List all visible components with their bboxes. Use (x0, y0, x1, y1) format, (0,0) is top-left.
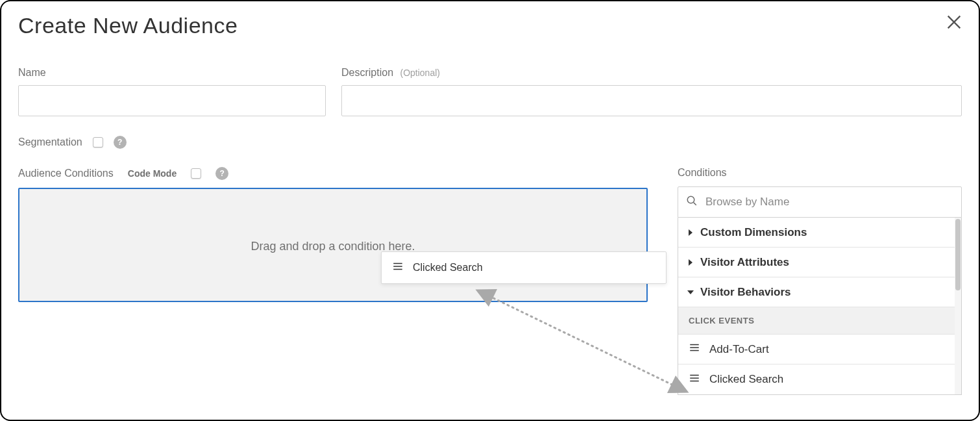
condition-item-clicked-search[interactable]: Clicked Search (678, 364, 961, 394)
category-label: Visitor Behaviors (700, 286, 791, 299)
dialog-content: Create New Audience Name Description (Op… (1, 1, 979, 395)
conditions-scrollbar[interactable] (955, 218, 961, 394)
section-label: CLICK EVENTS (689, 316, 754, 325)
name-input[interactable] (18, 85, 326, 116)
description-optional-text: (Optional) (400, 68, 439, 78)
condition-item-label: Add-To-Cart (709, 343, 769, 356)
conditions-panel: Conditions Custom Dimensions (678, 167, 962, 395)
condition-item-label: Clicked Search (709, 373, 783, 386)
code-mode-help-icon[interactable]: ? (215, 167, 228, 180)
category-label: Custom Dimensions (700, 226, 807, 239)
category-label: Visitor Attributes (700, 256, 789, 269)
segmentation-row: Segmentation ? (18, 136, 962, 149)
dragging-condition-label: Clicked Search (413, 262, 483, 274)
chevron-down-icon (687, 289, 694, 296)
conditions-search-input[interactable] (705, 196, 953, 209)
conditions-drop-zone[interactable]: Drag and drop a condition here. Clicked … (18, 188, 648, 302)
builder-row: Audience Conditions Code Mode ? Drag and… (18, 167, 962, 395)
conditions-list: Custom Dimensions Visitor Attributes Vis… (678, 218, 962, 395)
drag-handle-icon (689, 372, 700, 387)
scrollbar-thumb[interactable] (955, 219, 961, 290)
dragging-condition-card[interactable]: Clicked Search (381, 251, 667, 284)
audience-conditions-header: Audience Conditions Code Mode ? (18, 167, 648, 180)
drag-handle-icon (392, 261, 404, 275)
field-group-description: Description (Optional) (341, 67, 962, 116)
behaviors-section-click-events: CLICK EVENTS (678, 307, 961, 335)
chevron-right-icon (687, 229, 694, 236)
conditions-panel-label: Conditions (678, 167, 962, 179)
svg-point-0 (687, 196, 694, 203)
field-group-name: Name (18, 67, 326, 116)
audience-conditions-label: Audience Conditions (18, 168, 114, 179)
code-mode-checkbox[interactable] (191, 168, 201, 179)
form-row-name-description: Name Description (Optional) (18, 67, 962, 116)
audience-builder: Audience Conditions Code Mode ? Drag and… (18, 167, 648, 302)
description-label-text: Description (341, 67, 393, 78)
segmentation-help-icon[interactable]: ? (114, 136, 127, 149)
conditions-search[interactable] (678, 186, 962, 218)
description-label: Description (Optional) (341, 67, 962, 79)
chevron-right-icon (687, 259, 694, 266)
segmentation-checkbox[interactable] (93, 137, 103, 147)
dialog-frame: Create New Audience Name Description (Op… (0, 0, 980, 421)
category-visitor-attributes[interactable]: Visitor Attributes (678, 248, 961, 277)
condition-item-add-to-cart[interactable]: Add-To-Cart (678, 335, 961, 364)
drag-handle-icon (689, 342, 700, 357)
category-custom-dimensions[interactable]: Custom Dimensions (678, 218, 961, 248)
page-title: Create New Audience (18, 13, 962, 38)
description-input[interactable] (341, 85, 962, 116)
close-button[interactable] (945, 13, 963, 31)
name-label: Name (18, 67, 326, 79)
code-mode-label: Code Mode (128, 168, 177, 179)
category-visitor-behaviors[interactable]: Visitor Behaviors (678, 277, 961, 307)
search-icon (686, 195, 698, 209)
segmentation-label: Segmentation (18, 136, 82, 148)
